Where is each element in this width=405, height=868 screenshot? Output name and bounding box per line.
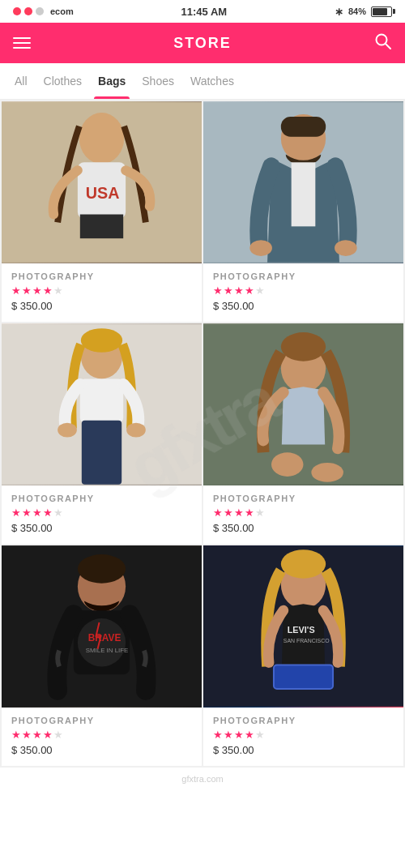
status-left: ecom — [13, 6, 74, 16]
product-info: PHOTOGRAPHY ★★★★★ $ 350.00 — [203, 263, 403, 322]
product-category: PHOTOGRAPHY — [11, 716, 192, 725]
svg-text:BRAVE: BRAVE — [88, 632, 122, 644]
product-category: PHOTOGRAPHY — [11, 272, 192, 281]
svg-point-22 — [281, 332, 326, 361]
svg-point-23 — [271, 452, 304, 477]
tab-clothes[interactable]: Clothes — [36, 63, 90, 99]
product-price: $ 350.00 — [213, 522, 394, 534]
svg-rect-6 — [80, 215, 123, 239]
product-card[interactable]: PHOTOGRAPHY ★★★★★ $ 350.00 — [2, 323, 202, 544]
svg-text:LEVI'S: LEVI'S — [288, 625, 315, 635]
battery-percent: 84% — [348, 6, 366, 16]
product-image — [2, 323, 202, 485]
battery-icon — [371, 6, 392, 17]
signal-dot-3 — [36, 7, 44, 15]
product-info: PHOTOGRAPHY ★★★★★ $ 350.00 — [2, 708, 202, 766]
svg-rect-37 — [274, 665, 333, 689]
product-category: PHOTOGRAPHY — [11, 494, 192, 503]
product-category: PHOTOGRAPHY — [213, 494, 394, 503]
svg-line-1 — [386, 44, 390, 49]
svg-point-34 — [281, 549, 326, 579]
product-price: $ 350.00 — [11, 744, 192, 756]
product-card[interactable]: PHOTOGRAPHY ★★★★★ $ 350.00 — [203, 323, 403, 544]
product-info: PHOTOGRAPHY ★★★★★ $ 350.00 — [2, 263, 202, 322]
product-image: BRAVE SMILE IN LIFE — [2, 545, 202, 708]
product-stars: ★★★★★ — [213, 284, 394, 297]
battery-fill — [373, 8, 387, 15]
product-image — [203, 323, 403, 485]
app-title: STORE — [173, 35, 232, 52]
product-price: $ 350.00 — [11, 300, 192, 312]
svg-point-27 — [78, 554, 126, 584]
signal-dot-2 — [24, 7, 32, 15]
product-card[interactable]: USA PHOTOGRAPHY ★★★★★ $ 350.00 — [2, 101, 202, 322]
product-card[interactable]: LEVI'S SAN FRANCISCO PHOTOGRAPHY ★★★★★ $… — [203, 545, 403, 766]
svg-rect-9 — [281, 117, 326, 137]
svg-rect-10 — [292, 162, 316, 226]
product-price: $ 350.00 — [213, 744, 394, 756]
product-stars: ★★★★★ — [11, 729, 192, 741]
svg-point-12 — [335, 240, 357, 256]
tab-all[interactable]: All — [6, 63, 36, 99]
carrier-label: ecom — [50, 6, 74, 16]
product-card[interactable]: BRAVE SMILE IN LIFE PHOTOGRAPHY ★★★★★ $ … — [2, 545, 202, 766]
product-stars: ★★★★★ — [213, 729, 394, 741]
svg-point-24 — [311, 463, 343, 482]
status-bar: ecom 11:45 AM ∗ 84% — [0, 0, 405, 23]
product-category: PHOTOGRAPHY — [213, 272, 394, 281]
product-image: LEVI'S SAN FRANCISCO — [203, 545, 403, 708]
svg-point-15 — [81, 328, 122, 353]
svg-rect-17 — [82, 421, 122, 485]
app-header: STORE — [0, 23, 405, 63]
product-stars: ★★★★★ — [213, 507, 394, 519]
product-image: USA — [2, 101, 202, 263]
svg-text:USA: USA — [86, 184, 120, 202]
product-info: PHOTOGRAPHY ★★★★★ $ 350.00 — [203, 708, 403, 766]
product-stars: ★★★★★ — [11, 507, 192, 519]
tab-watches[interactable]: Watches — [182, 63, 242, 99]
status-right: ∗ 84% — [335, 6, 392, 18]
product-image — [203, 101, 403, 263]
svg-point-19 — [126, 423, 146, 438]
product-grid: USA PHOTOGRAPHY ★★★★★ $ 350.00 — [0, 100, 405, 768]
svg-point-11 — [249, 240, 272, 256]
product-stars: ★★★★★ — [11, 284, 192, 297]
product-card[interactable]: PHOTOGRAPHY ★★★★★ $ 350.00 — [203, 101, 403, 322]
svg-point-3 — [79, 113, 124, 164]
svg-point-18 — [58, 423, 77, 438]
category-tabs: All Clothes Bags Shoes Watches — [0, 63, 405, 100]
bluetooth-icon: ∗ — [335, 6, 343, 18]
search-icon[interactable] — [374, 32, 392, 54]
product-price: $ 350.00 — [213, 300, 394, 312]
signal-dot-1 — [13, 7, 21, 15]
product-category: PHOTOGRAPHY — [213, 716, 394, 725]
svg-text:SAN FRANCISCO: SAN FRANCISCO — [284, 638, 330, 644]
product-info: PHOTOGRAPHY ★★★★★ $ 350.00 — [203, 485, 403, 544]
product-price: $ 350.00 — [11, 522, 192, 534]
tab-shoes[interactable]: Shoes — [134, 63, 182, 99]
product-info: PHOTOGRAPHY ★★★★★ $ 350.00 — [2, 485, 202, 544]
status-time: 11:45 AM — [181, 6, 228, 18]
tab-bags[interactable]: Bags — [90, 63, 134, 99]
svg-rect-16 — [80, 378, 123, 422]
menu-button[interactable] — [13, 37, 31, 49]
svg-text:SMILE IN LIFE: SMILE IN LIFE — [86, 647, 129, 654]
footer-watermark: gfxtra.com — [0, 768, 405, 790]
